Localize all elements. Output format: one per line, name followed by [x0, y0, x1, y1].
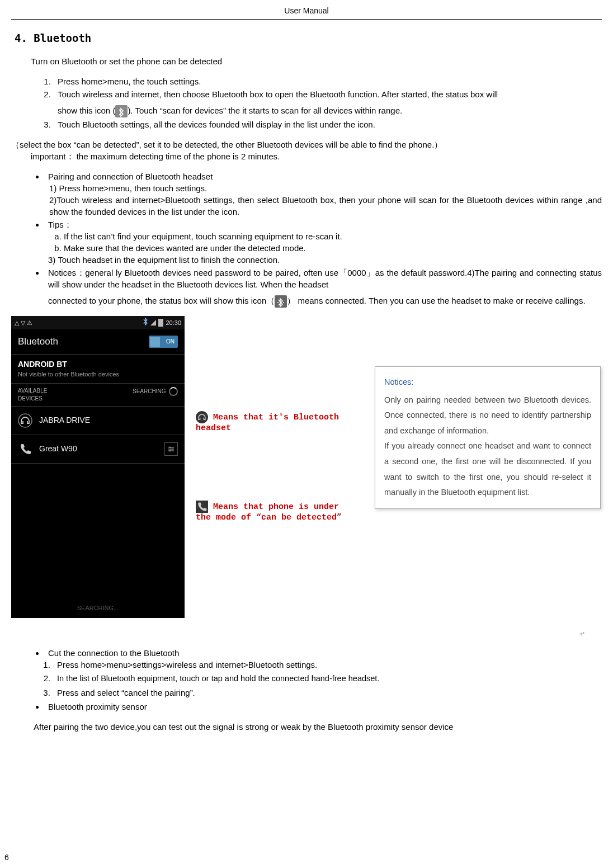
- bluetooth-status-icon: [115, 105, 128, 117]
- select-box-line: （select the box “can be detected”, set i…: [11, 139, 602, 150]
- step-2a: Touch wireless and internet, then choose…: [58, 89, 498, 99]
- bluetooth-title: Bluetooth: [18, 335, 58, 348]
- important-line: important： the maximum detecting time of…: [31, 150, 602, 162]
- svg-point-8: [169, 450, 171, 452]
- status-bt-icon: [143, 318, 148, 328]
- step-2: Touch wireless and internet, then choose…: [53, 88, 602, 117]
- phone-status-bar: △ ▽ ⚠ 20:30: [11, 316, 185, 329]
- cut-3: Press and select “cancel the pairing”.: [53, 687, 602, 699]
- device-row-1[interactable]: JABRA DRIVE: [11, 407, 185, 435]
- status-notif-icons: △ ▽ ⚠: [15, 319, 32, 327]
- main-steps: Press home>menu, the touch settings. Tou…: [53, 76, 602, 130]
- figure-row: △ ▽ ⚠ 20:30 Bluetooth ON ANDROID BT Not …: [11, 316, 602, 618]
- device-name-1: JABRA DRIVE: [39, 415, 178, 426]
- annotation-phone: Means that phone is under the mode of “c…: [196, 501, 352, 523]
- bluetooth-header-row: Bluetooth ON: [11, 329, 185, 355]
- available-section: AVAILABLE DEVICES SEARCHING: [11, 384, 185, 407]
- cut-1: Press home>menu>settings>wireless and in…: [53, 659, 602, 671]
- tips-heading: Tips： If the list can’t find your equipm…: [45, 219, 602, 266]
- step-2b-post: ). Touch “scan for devices” the it start…: [128, 106, 402, 115]
- bluetooth-toggle[interactable]: ON: [149, 336, 178, 348]
- device-name-2: Great W90: [39, 444, 158, 455]
- own-device-row[interactable]: ANDROID BT Not visible to other Bluetoot…: [11, 355, 185, 384]
- header-rule: [11, 19, 602, 20]
- phone-screenshot: △ ▽ ⚠ 20:30 Bluetooth ON ANDROID BT Not …: [11, 316, 185, 618]
- svg-point-7: [172, 449, 173, 450]
- available-label: AVAILABLE DEVICES: [18, 387, 47, 403]
- annotation-headset: Means that it's Bluetooth headset: [196, 411, 352, 434]
- pairing-step-1: 1) Press home>menu, then touch settings.: [49, 182, 602, 194]
- tip-b: Make sure that the devices wanted are un…: [64, 242, 602, 254]
- svg-point-6: [169, 446, 171, 448]
- section-heading: 4. Bluetooth: [15, 31, 602, 46]
- prox-body: After pairing the two device,you can tes…: [34, 721, 602, 733]
- cut-heading: Cut the connection to the Bluetooth Pres…: [45, 647, 602, 698]
- cut-2: In the list of Bluetooth equipment, touc…: [53, 673, 602, 684]
- step-1: Press home>menu, the touch settings.: [53, 76, 602, 87]
- bluetooth-connected-icon: [275, 295, 287, 308]
- own-device-name: ANDROID BT: [18, 359, 178, 370]
- notices-mid-post: ） means connected. Then you can use the …: [287, 296, 585, 305]
- svg-rect-5: [168, 450, 174, 451]
- tip-a: If the list can’t find your equipment, t…: [64, 230, 602, 242]
- svg-rect-3: [168, 447, 174, 448]
- tips-title: Tips：: [48, 220, 72, 229]
- spinner-icon: [169, 387, 178, 396]
- phone-icon: [18, 442, 32, 456]
- pairing-heading: Pairing and connection of Bluetooth head…: [45, 171, 602, 218]
- status-battery-icon: [158, 319, 163, 327]
- device-settings-icon[interactable]: [164, 442, 178, 456]
- notices-box-body: Only on pairing needed between two Bluet…: [384, 393, 591, 501]
- searching-label: SEARCHING: [133, 387, 178, 403]
- svg-rect-4: [168, 449, 174, 450]
- own-device-subtitle: Not visible to other Bluetooth devices: [18, 370, 178, 379]
- svg-point-0: [277, 302, 279, 303]
- return-mark: ↵: [11, 627, 585, 639]
- notices-box-title: Notices:: [384, 375, 591, 390]
- intro-line: Turn on Bluetooth or set the phone can b…: [31, 55, 602, 67]
- cut-title: Cut the connection to the Bluetooth: [48, 648, 179, 658]
- svg-point-1: [283, 302, 284, 303]
- pairing-title: Pairing and connection of Bluetooth head…: [48, 172, 213, 181]
- notices-bullet: Notices：general ly Bluetooth devices nee…: [45, 267, 602, 308]
- tip-step-3: 3) Touch headset in the equipment list t…: [48, 254, 602, 266]
- pairing-step-2: 2)Touch wireless and internet>Bluetooth …: [49, 194, 602, 218]
- bullets: Pairing and connection of Bluetooth head…: [45, 171, 602, 308]
- notices-pre: Notices：general ly Bluetooth devices nee…: [48, 268, 602, 289]
- device-row-2[interactable]: Great W90: [11, 435, 185, 464]
- headset-icon: [18, 413, 32, 428]
- page-header: User Manual: [11, 6, 602, 17]
- searching-footer: SEARCHING...: [11, 598, 185, 618]
- svg-point-2: [18, 414, 32, 427]
- prox-heading: Bluetooth proximity sensor: [45, 701, 602, 713]
- bottom-bullets: Cut the connection to the Bluetooth Pres…: [45, 647, 602, 712]
- status-time: 20:30: [166, 319, 181, 327]
- status-signal-icon: [150, 320, 156, 326]
- notices-mid-pre: connected to your phone, the status box …: [48, 296, 275, 305]
- step-3: Touch Bluetooth settings, all the device…: [53, 119, 602, 130]
- notices-box: Notices: Only on pairing needed between …: [375, 366, 601, 508]
- step-2b-pre: show this icon (: [58, 106, 115, 115]
